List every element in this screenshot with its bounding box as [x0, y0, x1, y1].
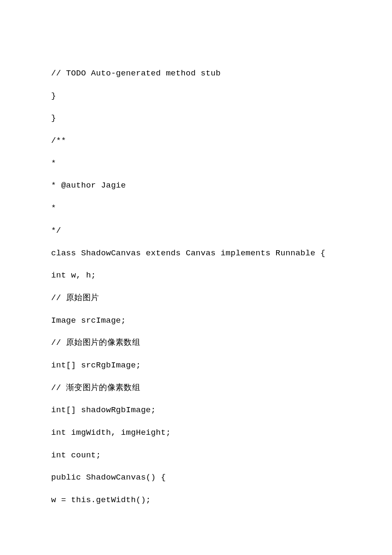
code-line: }: [51, 91, 349, 101]
code-line: *: [51, 203, 349, 214]
code-line: /**: [51, 136, 349, 146]
code-line: public ShadowCanvas() {: [51, 472, 349, 483]
code-line: Image srcImage;: [51, 315, 349, 326]
code-line: int[] srcRgbImage;: [51, 360, 349, 371]
code-line: // 原始图片的像素数组: [51, 338, 349, 348]
code-content: // TODO Auto-generated method stub } } /…: [51, 68, 349, 517]
code-line: w = this.getWidth();: [51, 495, 349, 506]
code-line: */: [51, 225, 349, 236]
code-line: }: [51, 113, 349, 124]
code-line: *: [51, 158, 349, 169]
code-line: int imgWidth, imgHeight;: [51, 428, 349, 438]
code-line: // 原始图片: [51, 293, 349, 304]
code-line: * @author Jagie: [51, 180, 349, 191]
code-line: int[] shadowRgbImage;: [51, 405, 349, 416]
code-line: // 渐变图片的像素数组: [51, 383, 349, 393]
code-line: // TODO Auto-generated method stub: [51, 68, 349, 79]
code-line: int count;: [51, 450, 349, 461]
code-line: int w, h;: [51, 270, 349, 281]
code-line: class ShadowCanvas extends Canvas implem…: [51, 248, 349, 259]
